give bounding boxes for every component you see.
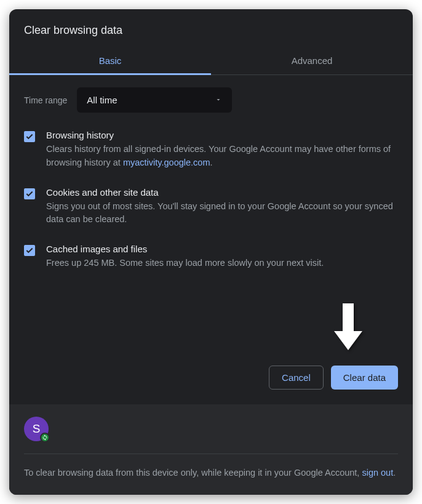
dialog-footer: S To clear browsing data from this devic… [9,404,413,495]
checkbox-browsing-history-toggle[interactable] [24,131,35,142]
checkbox-content: Cookies and other site data Signs you ou… [46,187,398,227]
tab-basic[interactable]: Basic [9,47,211,74]
checkbox-content: Browsing history Clears history from all… [46,130,398,170]
clear-data-button[interactable]: Clear data [331,366,398,390]
footer-text: To clear browsing data from this device … [24,466,398,480]
checkbox-cookies: Cookies and other site data Signs you ou… [24,187,398,227]
avatar-initial: S [33,422,41,436]
checkbox-cookies-toggle[interactable] [24,188,35,199]
cache-title: Cached images and files [46,244,398,254]
sync-badge-icon [40,433,50,442]
myactivity-link[interactable]: myactivity.google.com [123,158,210,167]
browsing-history-title: Browsing history [46,130,398,140]
dialog-title: Clear browsing data [9,9,413,47]
cookies-desc: Signs you out of most sites. You'll stay… [46,200,398,227]
cookies-title: Cookies and other site data [46,187,398,198]
button-row: Cancel Clear data [9,366,413,404]
checkbox-cache: Cached images and files Frees up 245 MB.… [24,244,398,270]
time-range-dropdown[interactable]: All time [77,87,232,113]
sign-out-link[interactable]: sign out [362,468,393,478]
checkbox-cache-toggle[interactable] [24,245,35,256]
chevron-down-icon [215,95,222,105]
tabs-container: Basic Advanced [9,47,413,75]
checkbox-content: Cached images and files Frees up 245 MB.… [46,244,398,270]
avatar-row: S [24,417,398,454]
checkbox-browsing-history: Browsing history Clears history from all… [24,130,398,170]
tab-advanced[interactable]: Advanced [211,47,413,74]
cache-desc: Frees up 245 MB. Some sites may load mor… [46,257,398,270]
clear-browsing-data-dialog: Clear browsing data Basic Advanced Time … [9,9,413,495]
time-range-row: Time range All time [24,87,398,113]
dialog-content: Time range All time Browsing history Cle… [9,75,413,329]
cancel-button[interactable]: Cancel [269,366,324,390]
time-range-label: Time range [24,95,67,105]
avatar[interactable]: S [24,417,49,441]
time-range-value: All time [87,95,117,105]
browsing-history-desc: Clears history from all signed-in device… [46,143,398,170]
